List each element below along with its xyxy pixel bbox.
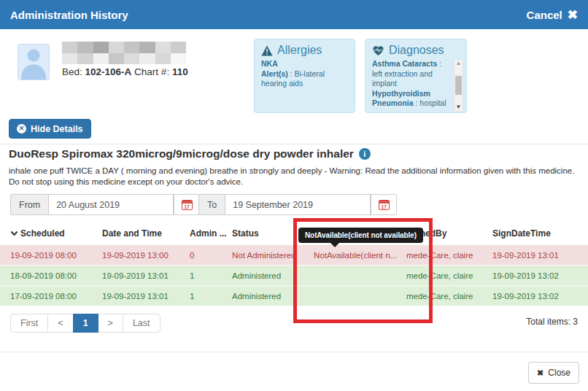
person-icon bbox=[18, 44, 49, 80]
cell-signdatetime: 19-09-2019 13:02 bbox=[492, 271, 578, 280]
diagnoses-header: Diagnoses bbox=[372, 44, 463, 57]
footer-divider bbox=[0, 352, 588, 352]
calendar-icon: 17 bbox=[379, 200, 390, 210]
diagnosis-name: Cataracts bbox=[402, 59, 437, 68]
scroll-up-icon[interactable]: ▲ bbox=[456, 61, 462, 66]
column-header-signdatetime[interactable]: SignDateTime bbox=[492, 228, 578, 239]
allergies-panel: Allergies NKA Alert(s) : Bi-lateral hear… bbox=[254, 39, 355, 113]
cell-signedby: mede-Care, claire bbox=[406, 251, 492, 260]
heartbeat-icon bbox=[372, 45, 384, 56]
page-title: Administration History bbox=[10, 9, 128, 21]
from-label: From bbox=[10, 194, 48, 215]
diagnosis-name: Asthma bbox=[372, 59, 401, 68]
info-icon[interactable]: i bbox=[359, 148, 371, 160]
pagination: First < 1 > Last bbox=[10, 314, 160, 333]
to-label: To bbox=[198, 194, 225, 215]
table-row: 18-09-2019 08:00 19-09-2019 13:01 1 Admi… bbox=[0, 266, 588, 286]
close-label: Close bbox=[548, 368, 570, 378]
table-header-row: Scheduled Date and Time Admin ... Status… bbox=[0, 221, 588, 245]
diagnoses-scrollbar[interactable]: ▲ ▼ bbox=[454, 59, 463, 112]
cell-datetime: 19-09-2019 13:01 bbox=[102, 271, 190, 280]
cancel-button[interactable]: Cancel ✖ bbox=[527, 9, 578, 21]
cell-signdatetime: 19-09-2019 13:02 bbox=[492, 292, 578, 301]
close-x-icon: ✖ bbox=[537, 368, 543, 378]
table-row: 17-09-2019 08:00 19-09-2019 13:01 1 Admi… bbox=[0, 286, 588, 306]
tooltip-caret-icon bbox=[330, 243, 339, 247]
allergies-content: NKA Alert(s) : Bi-lateral hearing aids bbox=[261, 59, 348, 89]
cell-scheduled: 19-09-2019 08:00 bbox=[10, 251, 102, 260]
hide-details-button[interactable]: ✕ Hide Details bbox=[9, 119, 91, 139]
patient-avatar bbox=[18, 44, 50, 80]
pagination-first-button[interactable]: First bbox=[10, 314, 48, 333]
circle-x-icon: ✕ bbox=[17, 124, 26, 133]
cell-admin: 1 bbox=[190, 271, 232, 280]
diagnosis-name: Hypothyroidism bbox=[372, 89, 430, 98]
cell-notes: NotAvailable(client n... bbox=[314, 251, 406, 260]
table-row: 19-09-2019 08:00 19-09-2019 13:00 0 Not … bbox=[0, 245, 588, 266]
scroll-down-icon[interactable]: ▼ bbox=[456, 104, 462, 110]
cell-status: Not Administered bbox=[232, 251, 314, 260]
bed-value: 102-106-A bbox=[85, 66, 132, 77]
cell-scheduled: 18-09-2019 08:00 bbox=[10, 271, 102, 280]
allergy-nka: NKA bbox=[261, 59, 278, 68]
medication-name: DuoResp Spiromax 320microg/9microg/dose … bbox=[9, 147, 354, 160]
cell-signedby: mede-Care, claire bbox=[406, 271, 492, 280]
redacted-patient-name bbox=[62, 42, 186, 64]
cell-datetime: 19-09-2019 13:00 bbox=[102, 251, 190, 260]
diagnoses-content: Asthma Cataracts : left extraction and i… bbox=[372, 59, 454, 112]
warning-icon bbox=[261, 45, 273, 56]
chart-value: 110 bbox=[172, 66, 188, 77]
cell-status: Administered bbox=[232, 292, 314, 301]
close-x-icon: ✖ bbox=[568, 9, 578, 21]
hide-details-label: Hide Details bbox=[31, 124, 83, 134]
diagnoses-title: Diagnoses bbox=[389, 44, 444, 57]
sort-descending-icon bbox=[10, 231, 18, 236]
cell-scheduled: 17-09-2019 08:00 bbox=[10, 292, 102, 301]
from-date-input[interactable]: 20 August 2019 bbox=[48, 194, 174, 215]
column-header-datetime[interactable]: Date and Time bbox=[102, 228, 190, 239]
to-date-input[interactable]: 19 September 2019 bbox=[225, 194, 371, 215]
to-date-group: To 19 September 2019 17 bbox=[198, 194, 397, 215]
cell-signdatetime: 19-09-2019 13:01 bbox=[492, 251, 578, 260]
bed-label: Bed: bbox=[62, 66, 82, 77]
diagnosis-detail: : hospital bbox=[414, 98, 446, 107]
medication-title: DuoResp Spiromax 320microg/9microg/dose … bbox=[9, 147, 371, 160]
medication-instructions: inhale one puff TWICE a DAY ( morning an… bbox=[9, 166, 579, 187]
diagnoses-panel: Diagnoses Asthma Cataracts : left extrac… bbox=[365, 39, 467, 113]
to-calendar-button[interactable]: 17 bbox=[371, 194, 397, 215]
scrollbar-thumb[interactable] bbox=[455, 76, 462, 95]
cell-admin: 1 bbox=[190, 292, 232, 301]
cancel-label: Cancel bbox=[527, 9, 562, 21]
cell-datetime: 19-09-2019 13:01 bbox=[102, 292, 190, 301]
chart-label: Chart #: bbox=[134, 66, 169, 77]
pagination-last-button[interactable]: Last bbox=[123, 314, 160, 333]
close-button[interactable]: ✖ Close bbox=[528, 362, 579, 384]
diagnosis-name: Pneumonia bbox=[372, 98, 414, 107]
administration-table: Scheduled Date and Time Admin ... Status… bbox=[0, 221, 588, 306]
column-header-admin[interactable]: Admin ... bbox=[190, 228, 232, 239]
total-items-label: Total items: 3 bbox=[526, 317, 578, 327]
from-calendar-button[interactable]: 17 bbox=[174, 194, 200, 215]
calendar-icon: 17 bbox=[182, 200, 193, 210]
column-header-scheduled[interactable]: Scheduled bbox=[10, 228, 102, 239]
alert-label: Alert(s) bbox=[261, 69, 288, 78]
patient-bed-chart: Bed: 102-106-A Chart #: 110 bbox=[62, 66, 188, 77]
tooltip-text: NotAvailable(client not available) bbox=[305, 231, 417, 239]
from-date-group: From 20 August 2019 17 bbox=[10, 194, 200, 215]
pagination-page-1-button[interactable]: 1 bbox=[73, 314, 98, 333]
pagination-next-button[interactable]: > bbox=[98, 314, 123, 333]
section-divider bbox=[0, 144, 588, 144]
administration-history-modal: Administration History Cancel ✖ Bed: 102… bbox=[0, 0, 588, 391]
notes-tooltip: NotAvailable(client not available) bbox=[298, 228, 423, 243]
cell-admin: 0 bbox=[190, 251, 232, 260]
allergies-title: Allergies bbox=[277, 44, 322, 57]
allergies-header: Allergies bbox=[261, 44, 348, 57]
pagination-prev-button[interactable]: < bbox=[47, 314, 73, 333]
modal-header: Administration History Cancel ✖ bbox=[0, 0, 588, 29]
cell-status: Administered bbox=[232, 271, 314, 280]
cell-signedby: mede-Care, claire bbox=[406, 292, 492, 301]
